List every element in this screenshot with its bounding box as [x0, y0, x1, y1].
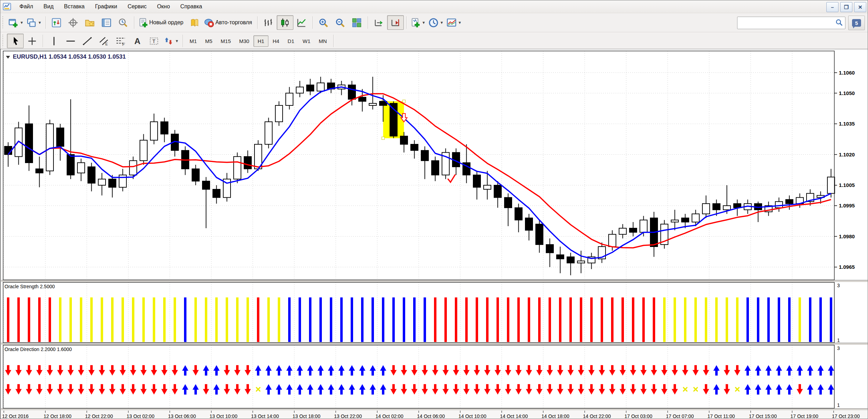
- horizontal-line-button[interactable]: [62, 34, 79, 48]
- vline-icon: [49, 36, 59, 46]
- equidistant-channel-button[interactable]: E: [95, 34, 112, 48]
- time-label: 13 Oct 06:00: [168, 413, 196, 419]
- zoom-out-button[interactable]: [332, 15, 349, 30]
- chevron-down-icon[interactable]: ▼: [20, 20, 24, 25]
- tile-windows-button[interactable]: [349, 15, 365, 30]
- chart-candles-button[interactable]: [277, 15, 293, 30]
- text-button[interactable]: A: [129, 34, 145, 48]
- new-order-button[interactable]: Новый ордер: [137, 15, 186, 30]
- price-chart[interactable]: EURUSD,H1 1.0534 1.0534 1.0530 1.05311.1…: [0, 49, 868, 419]
- menu-item-3[interactable]: Вставка: [59, 2, 90, 11]
- time-label: 12 Oct 18:00: [44, 413, 72, 419]
- templates-button[interactable]: ▼: [445, 15, 463, 30]
- standard-toolbar: 5 ▼▼Новый ордерАвто-торговля▼▼▼: [0, 13, 868, 32]
- timeframe-h4-button[interactable]: H4: [268, 35, 283, 47]
- time-label: 14 Oct 06:00: [417, 413, 445, 419]
- indicator-label: Oracle Direction 2.2000 1.6000: [5, 347, 72, 352]
- auto-scroll-button[interactable]: [370, 15, 387, 30]
- navigator-button[interactable]: [82, 15, 98, 30]
- time-label: 13 Oct 22:00: [334, 413, 362, 419]
- fibonacci-button[interactable]: F: [112, 34, 129, 48]
- chart-line-button[interactable]: [293, 15, 310, 30]
- toolbar-separator: [183, 35, 183, 47]
- timeframe-mn-button[interactable]: MN: [315, 35, 331, 47]
- crosshair-button[interactable]: [24, 34, 40, 48]
- time-label: 17 Oct 11:00: [708, 413, 735, 419]
- trendline-icon: [82, 36, 92, 46]
- price-label: 1.1050: [839, 90, 855, 96]
- chevron-down-icon[interactable]: ▼: [440, 20, 444, 25]
- time-label: 13 Oct 02:00: [127, 413, 155, 419]
- timeframe-m15-button[interactable]: M15: [217, 35, 235, 47]
- autotrade-icon: [204, 18, 214, 28]
- menu-bar: ФайлВидВставкаГрафикиСервисОкноСправка –…: [0, 0, 868, 13]
- metaeditor-icon: [190, 18, 200, 28]
- indicator-label: Oracle Strength 2.5000: [5, 284, 55, 289]
- zoom-in-button[interactable]: [315, 15, 332, 30]
- text-label-button[interactable]: T: [145, 34, 162, 48]
- indicators-button[interactable]: ▼: [409, 15, 427, 30]
- time-label: 13 Oct 14:00: [251, 413, 279, 419]
- menu-item-2[interactable]: Вид: [38, 2, 59, 11]
- toolbar-right-tools: 5: [737, 16, 865, 30]
- trendline-button[interactable]: [79, 34, 95, 48]
- periods-icon: [428, 18, 439, 28]
- autotrade-button[interactable]: Авто-торговля: [203, 15, 255, 30]
- time-label: 17 Oct 19:00: [791, 413, 818, 419]
- data-window-icon: [68, 18, 78, 28]
- timeframe-m5-button[interactable]: M5: [201, 35, 217, 47]
- price-label: 1.1035: [839, 121, 855, 127]
- new-order-icon: [138, 18, 148, 28]
- channel-icon: E: [99, 36, 109, 46]
- toolbar-separator: [368, 16, 368, 29]
- chevron-down-icon[interactable]: ▼: [38, 20, 42, 25]
- new-chart-button[interactable]: ▼: [7, 15, 25, 30]
- search-icon: [835, 18, 843, 27]
- menu-item-1[interactable]: Файл: [14, 2, 38, 11]
- toolbar-separator: [45, 16, 46, 29]
- chevron-down-icon[interactable]: ▼: [422, 20, 426, 25]
- time-label: 14 Oct 18:00: [542, 413, 569, 419]
- svg-text:T: T: [152, 38, 155, 44]
- price-label: 1.1060: [839, 70, 855, 76]
- time-label: 14 Oct 02:00: [376, 413, 403, 419]
- time-label: 12 Oct 2016: [2, 413, 28, 419]
- terminal-button[interactable]: [98, 15, 115, 30]
- vertical-line-button[interactable]: [45, 34, 62, 48]
- chart-bars-button[interactable]: [260, 15, 277, 30]
- close-button[interactable]: ✕: [854, 2, 866, 12]
- menu-item-4[interactable]: Графики: [90, 2, 123, 11]
- menu-item-6[interactable]: Окно: [152, 2, 175, 11]
- profiles-icon: [26, 18, 36, 28]
- price-label: 1.0995: [839, 203, 855, 208]
- time-label: 14 Oct 10:00: [459, 413, 486, 419]
- strategy-tester-button[interactable]: [115, 15, 132, 30]
- timeframe-m30-button[interactable]: M30: [235, 35, 253, 47]
- notifications-button[interactable]: 5: [848, 16, 865, 30]
- time-label: 13 Oct 18:00: [293, 413, 320, 419]
- chart-shift-button[interactable]: [387, 15, 404, 30]
- data-window-button[interactable]: [65, 15, 82, 30]
- profiles-button[interactable]: ▼: [25, 15, 43, 30]
- menu-item-7[interactable]: Справка: [175, 2, 207, 11]
- menu-item-5[interactable]: Сервис: [122, 2, 152, 11]
- cursor-button[interactable]: [7, 34, 24, 48]
- timeframe-w1-button[interactable]: W1: [299, 35, 315, 47]
- periods-button[interactable]: ▼: [427, 15, 445, 30]
- toolbar-grip: [2, 35, 5, 47]
- metaeditor-button[interactable]: [186, 15, 203, 30]
- time-label: 17 Oct 23:00: [832, 413, 860, 419]
- navigator-icon: [85, 18, 95, 28]
- search-input[interactable]: [737, 17, 845, 29]
- chevron-down-icon[interactable]: ▼: [175, 39, 179, 43]
- restore-button[interactable]: ❐: [840, 2, 852, 12]
- timeframe-d1-button[interactable]: D1: [283, 35, 298, 47]
- fibo-icon: F: [116, 36, 126, 46]
- market-watch-button[interactable]: [48, 15, 65, 30]
- timeframe-m1-button[interactable]: M1: [185, 35, 201, 47]
- minimize-button[interactable]: –: [826, 2, 838, 12]
- chevron-down-icon[interactable]: ▼: [458, 20, 462, 25]
- arrows-button[interactable]: ▼: [162, 34, 180, 48]
- strategy-tester-icon: [118, 18, 128, 28]
- timeframe-h1-button[interactable]: H1: [253, 35, 268, 47]
